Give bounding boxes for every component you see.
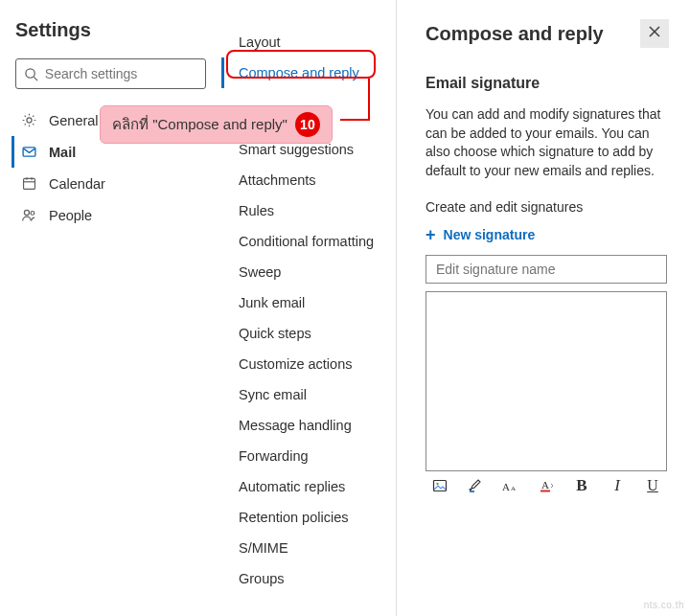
search-input[interactable] [45, 66, 197, 81]
page-title: Settings [15, 19, 206, 41]
menu-junk-email[interactable]: Junk email [221, 287, 396, 318]
annotation-connector [368, 79, 370, 121]
menu-message-handling[interactable]: Message handling [221, 410, 396, 441]
highlighter-icon[interactable] [467, 477, 484, 494]
menu-conditional-formatting[interactable]: Conditional formatting [221, 226, 396, 257]
new-signature-label: New signature [444, 227, 536, 242]
section-title: Email signature [426, 75, 669, 92]
mail-submenu: Layout Compose and reply Smart suggestio… [221, 0, 397, 616]
annotation-step-badge: 10 [295, 112, 320, 137]
search-icon [24, 67, 39, 81]
svg-point-13 [436, 483, 438, 485]
menu-sweep[interactable]: Sweep [221, 257, 396, 287]
svg-point-9 [31, 212, 34, 216]
signature-name-input[interactable] [426, 255, 667, 284]
nav-label-general: General [49, 113, 99, 128]
svg-rect-4 [23, 178, 34, 189]
section-description: You can add and modify signatures that c… [426, 105, 669, 180]
detail-pane: Compose and reply Email signature You ca… [397, 0, 690, 616]
svg-line-1 [34, 77, 38, 80]
svg-rect-12 [434, 481, 447, 491]
font-color-icon[interactable]: A [538, 477, 555, 494]
menu-forwarding[interactable]: Forwarding [221, 441, 396, 471]
close-button[interactable] [640, 19, 669, 48]
menu-rules[interactable]: Rules [221, 195, 396, 226]
nav-item-calendar[interactable]: Calendar [12, 168, 206, 199]
settings-sidebar: Settings General Mail Calendar [0, 0, 221, 616]
editor-toolbar: AA A B I U [426, 477, 669, 494]
plus-icon: + [426, 226, 436, 243]
nav-label-people: People [49, 208, 92, 223]
underline-button[interactable]: U [644, 477, 661, 494]
create-edit-label: Create and edit signatures [426, 199, 669, 215]
menu-attachments[interactable]: Attachments [221, 165, 396, 195]
svg-point-2 [26, 118, 31, 123]
annotation-text: คลิกที่ "Compose and reply" [112, 113, 288, 136]
mail-icon [20, 144, 37, 160]
menu-layout[interactable]: Layout [221, 27, 396, 57]
svg-rect-17 [540, 491, 550, 492]
signature-editor[interactable] [426, 291, 667, 471]
watermark: nts.co.th [644, 600, 684, 610]
svg-text:A: A [502, 481, 510, 492]
insert-image-icon[interactable] [431, 477, 448, 494]
menu-customize-actions[interactable]: Customize actions [221, 349, 396, 379]
calendar-icon [20, 175, 37, 192]
svg-text:A: A [511, 485, 516, 492]
menu-smime[interactable]: S/MIME [221, 533, 396, 563]
menu-retention-policies[interactable]: Retention policies [221, 502, 396, 533]
people-icon [20, 207, 37, 223]
menu-quick-steps[interactable]: Quick steps [221, 318, 396, 349]
svg-point-8 [24, 210, 29, 215]
menu-groups[interactable]: Groups [221, 563, 396, 594]
nav-label-mail: Mail [49, 145, 76, 160]
svg-rect-3 [23, 148, 35, 156]
svg-point-0 [26, 68, 34, 77]
annotation-callout: คลิกที่ "Compose and reply" 10 [100, 105, 333, 144]
pane-title: Compose and reply [426, 23, 604, 45]
search-settings[interactable] [15, 58, 206, 89]
close-icon [648, 25, 661, 42]
nav-label-calendar: Calendar [49, 176, 105, 192]
svg-text:A: A [541, 479, 549, 491]
nav-item-people[interactable]: People [12, 199, 206, 231]
font-size-icon[interactable]: AA [502, 477, 519, 494]
annotation-connector [340, 119, 370, 121]
menu-sync-email[interactable]: Sync email [221, 379, 396, 410]
italic-button[interactable]: I [609, 477, 626, 494]
gear-icon [20, 112, 37, 128]
menu-automatic-replies[interactable]: Automatic replies [221, 471, 396, 502]
bold-button[interactable]: B [573, 477, 590, 494]
new-signature-button[interactable]: + New signature [426, 226, 669, 243]
